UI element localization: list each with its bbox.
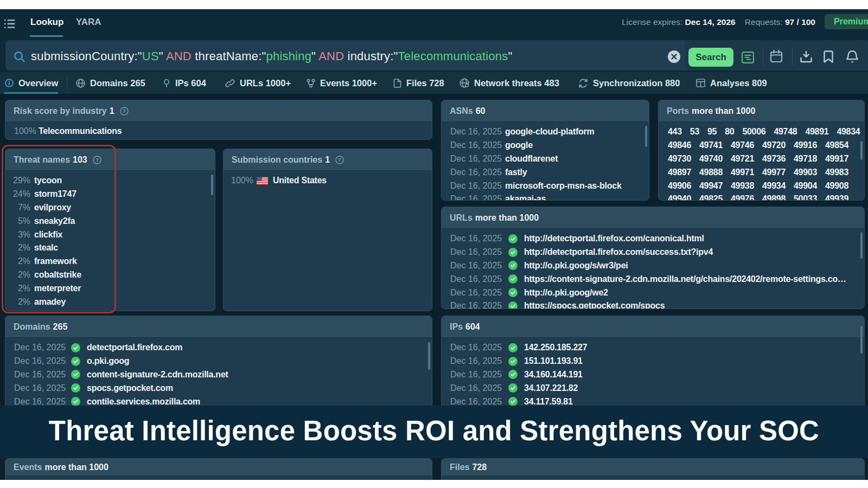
svg-text:?: ? xyxy=(123,108,126,114)
svg-text:?: ? xyxy=(338,157,341,163)
